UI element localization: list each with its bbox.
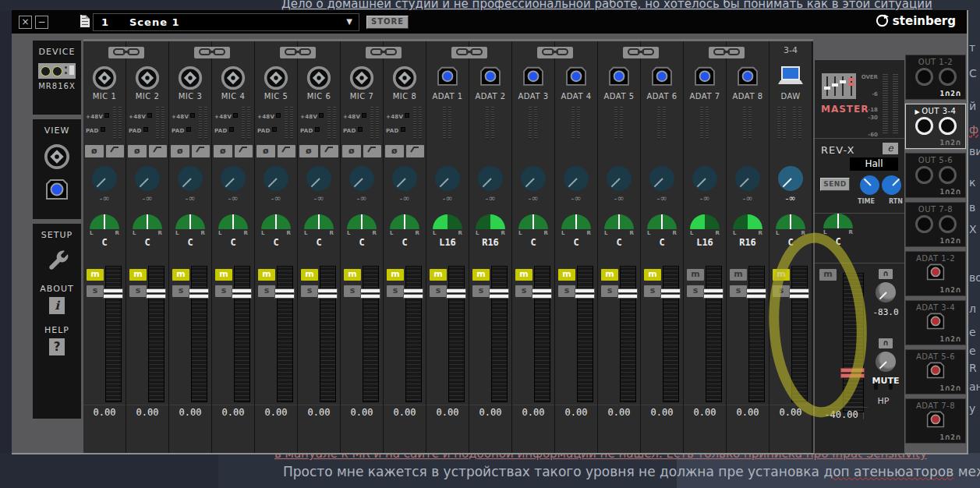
send-value[interactable]: -∞: [169, 193, 211, 203]
mute-button[interactable]: m: [601, 269, 618, 281]
pan-indicator[interactable]: [347, 214, 377, 229]
lowcut-button[interactable]: [106, 145, 125, 157]
send-knob[interactable]: [564, 166, 589, 191]
pan-indicator[interactable]: [733, 214, 762, 229]
output-tile-adat-5-6[interactable]: ADAT 5-61∩2∩: [905, 349, 966, 394]
revx-time-knob[interactable]: [860, 175, 879, 195]
output-tile-adat-1-2[interactable]: ADAT 1-21∩2∩: [905, 251, 966, 296]
pan-indicator[interactable]: [218, 214, 248, 229]
solo-button[interactable]: s: [87, 285, 104, 297]
fader-track[interactable]: [706, 266, 722, 402]
phase-button[interactable]: ø: [85, 145, 104, 157]
fader-value[interactable]: 0.00: [126, 405, 168, 418]
send-value[interactable]: -∞: [255, 193, 297, 203]
phones2-assign-button[interactable]: ∩: [879, 338, 893, 348]
mute-button[interactable]: m: [773, 269, 790, 281]
fader-track[interactable]: [577, 266, 593, 402]
fader-track[interactable]: [748, 266, 765, 402]
fader-track[interactable]: [191, 266, 207, 402]
send-knob[interactable]: [306, 166, 331, 191]
fader-track[interactable]: [363, 266, 379, 402]
send-value[interactable]: -∞: [769, 193, 812, 203]
pan-indicator[interactable]: [561, 214, 591, 229]
phantom-indicator[interactable]: +48V: [343, 113, 366, 120]
fader-cap[interactable]: [274, 288, 295, 299]
solo-button[interactable]: s: [730, 285, 747, 297]
mute-button[interactable]: m: [515, 269, 532, 281]
fader-cap[interactable]: [146, 288, 166, 299]
phase-button[interactable]: ø: [128, 145, 147, 157]
fader-value[interactable]: 0.00: [212, 405, 254, 418]
send-value[interactable]: -∞: [298, 193, 340, 203]
fader-cap[interactable]: [232, 288, 252, 299]
mute-button[interactable]: m: [258, 269, 275, 281]
pad-indicator[interactable]: PAD: [300, 127, 320, 134]
fader-track[interactable]: [148, 266, 165, 402]
revx-send-button[interactable]: SEND: [820, 178, 850, 191]
master-mute-button[interactable]: m: [819, 269, 837, 281]
send-knob[interactable]: [607, 166, 632, 191]
mute-button[interactable]: m: [172, 269, 189, 281]
send-knob[interactable]: [264, 166, 288, 191]
output-tile-adat-7-8[interactable]: ADAT 7-81∩2∩: [905, 398, 966, 444]
phase-button[interactable]: ø: [256, 145, 275, 157]
send-value[interactable]: -∞: [598, 193, 640, 203]
forum-text-top-link[interactable]: Дело о домашней студии и не профессионал…: [281, 0, 932, 11]
fader-value[interactable]: 0.00: [469, 405, 511, 418]
fader-cap[interactable]: [532, 288, 552, 299]
phantom-indicator[interactable]: +48V: [214, 113, 238, 120]
fader-cap[interactable]: [446, 288, 466, 299]
fader-value[interactable]: 0.00: [298, 405, 340, 418]
phase-button[interactable]: ø: [385, 145, 404, 157]
output-tile-out-3-4[interactable]: ▶OUT 3-41∩2∩: [905, 104, 966, 149]
phones1-assign-button[interactable]: ∩: [879, 269, 893, 279]
phantom-indicator[interactable]: +48V: [257, 113, 281, 120]
scene-menu-icon[interactable]: [80, 15, 90, 27]
phones2-level-knob[interactable]: [876, 352, 896, 372]
fader-value[interactable]: 0.00: [169, 405, 211, 418]
solo-button[interactable]: s: [558, 285, 575, 297]
phones1-level-value[interactable]: -83.0: [866, 307, 905, 317]
phase-button[interactable]: ø: [299, 145, 318, 157]
lowcut-button[interactable]: [320, 145, 339, 157]
mute-button[interactable]: m: [472, 269, 490, 281]
pad-indicator[interactable]: PAD: [343, 127, 363, 134]
output-tile-out-1-2[interactable]: OUT 1-21∩2∩: [905, 55, 966, 100]
fader-value[interactable]: 0.00: [727, 405, 769, 418]
lowcut-button[interactable]: [278, 145, 296, 157]
send-knob[interactable]: [478, 166, 503, 191]
phase-button[interactable]: ø: [214, 145, 232, 157]
device-panel[interactable]: DEVICE MR816X: [33, 41, 81, 115]
pad-indicator[interactable]: PAD: [257, 127, 277, 134]
fader-cap[interactable]: [575, 288, 595, 299]
fader-track[interactable]: [105, 266, 122, 402]
lowcut-button[interactable]: [149, 145, 168, 157]
link-button[interactable]: [623, 47, 659, 58]
fader-track[interactable]: [791, 266, 808, 402]
revx-return-knob[interactable]: [882, 175, 901, 195]
send-value[interactable]: -∞: [727, 193, 769, 203]
send-knob[interactable]: [521, 166, 546, 191]
pan-indicator[interactable]: [604, 214, 634, 229]
master-fader-track[interactable]: [843, 273, 864, 412]
pan-indicator[interactable]: [90, 214, 119, 229]
send-value[interactable]: -∞: [684, 193, 726, 203]
pan-indicator[interactable]: [518, 214, 548, 229]
mute-button[interactable]: m: [301, 269, 318, 281]
send-value[interactable]: -∞: [341, 193, 383, 203]
solo-button[interactable]: s: [472, 285, 490, 297]
digital-view-button[interactable]: [44, 178, 70, 204]
fader-value[interactable]: 0.00: [641, 405, 683, 418]
lowcut-button[interactable]: [235, 145, 253, 157]
send-value[interactable]: -∞: [641, 193, 683, 203]
mute-button[interactable]: m: [387, 269, 404, 281]
fader-track[interactable]: [320, 266, 336, 402]
link-button[interactable]: [108, 47, 144, 58]
mute-button[interactable]: m: [215, 269, 232, 281]
fader-track[interactable]: [534, 266, 550, 402]
fader-track[interactable]: [405, 266, 422, 402]
solo-button[interactable]: s: [258, 285, 275, 297]
send-knob[interactable]: [221, 166, 246, 191]
send-knob[interactable]: [392, 166, 417, 191]
output-tile-out-7-8[interactable]: OUT 7-81∩2∩: [905, 202, 966, 247]
